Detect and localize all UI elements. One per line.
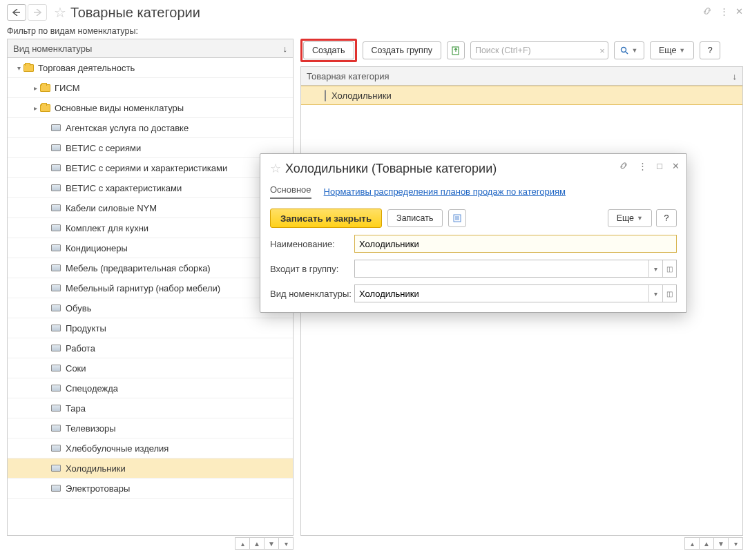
item-icon xyxy=(50,463,61,473)
tree-row[interactable]: Кабели силовые NYM xyxy=(8,198,293,218)
tree-row[interactable]: Продукты xyxy=(8,318,293,338)
item-icon xyxy=(50,263,61,273)
tree-row[interactable]: Спецодежда xyxy=(8,378,293,398)
tree-row[interactable]: ВЕТИС с сериями xyxy=(8,138,293,158)
tree-row-label: Комплект для кухни xyxy=(66,223,148,233)
dialog-maximize-icon[interactable]: □ xyxy=(657,161,662,171)
group-dropdown-icon[interactable]: ▾ xyxy=(648,260,662,277)
scroll-down-button[interactable]: ▼ xyxy=(713,537,729,550)
scroll-bottom-button[interactable]: ▾ xyxy=(728,537,743,550)
scroll-up-button[interactable]: ▲ xyxy=(249,537,265,550)
dialog-star-icon[interactable]: ☆ xyxy=(270,161,281,176)
tree-row[interactable]: Соки xyxy=(8,358,293,378)
tree-row[interactable]: Холодильники xyxy=(8,458,293,479)
category-row[interactable]: Холодильники xyxy=(301,86,742,105)
tree-row-label: Тара xyxy=(66,403,86,414)
export-icon-button[interactable] xyxy=(447,41,465,59)
tree-row-label: Электротовары xyxy=(66,483,130,494)
scroll-top-button[interactable]: ▴ xyxy=(684,537,700,550)
type-open-icon[interactable]: ◫ xyxy=(662,285,676,302)
item-icon xyxy=(50,403,61,413)
tree-row[interactable]: ▸ГИСМ xyxy=(8,78,293,98)
filter-label: Фильтр по видам номенклатуры: xyxy=(0,25,750,39)
scroll-top-button[interactable]: ▴ xyxy=(235,537,250,550)
dialog-more-button[interactable]: Еще▼ xyxy=(608,209,652,227)
favorite-star-icon[interactable]: ☆ xyxy=(54,4,66,21)
tree-row-label: ВЕТИС с сериями и характеристиками xyxy=(66,163,227,173)
close-page-icon[interactable]: ✕ xyxy=(735,6,743,17)
sort-indicator-icon[interactable]: ↓ xyxy=(733,71,738,81)
page-header: ☆ Товарные категории ⋮ ✕ xyxy=(0,0,750,25)
dialog-close-icon[interactable]: ✕ xyxy=(672,161,680,171)
scroll-down-button[interactable]: ▼ xyxy=(264,537,279,550)
tree-row[interactable]: Обувь xyxy=(8,298,293,318)
tree-row-label: Спецодежда xyxy=(66,383,118,394)
scroll-bottom-button[interactable]: ▾ xyxy=(278,537,294,550)
tree-row[interactable]: Агентская услуга по доставке xyxy=(8,118,293,138)
tree-row[interactable]: ВЕТИС с характеристиками xyxy=(8,178,293,198)
link-icon[interactable] xyxy=(702,6,713,17)
item-icon xyxy=(50,343,61,353)
edit-dialog: ☆ Холодильники (Товарные категории) ⋮ □ … xyxy=(260,153,687,313)
expand-arrow-icon[interactable]: ▸ xyxy=(31,84,39,92)
expand-arrow-icon[interactable]: ▸ xyxy=(31,104,39,112)
sort-indicator-icon[interactable]: ↓ xyxy=(283,44,288,54)
name-label: Наименование: xyxy=(270,239,354,249)
tree-row[interactable]: Тара xyxy=(8,398,293,418)
item-icon xyxy=(50,163,61,173)
help-button[interactable]: ? xyxy=(700,41,720,59)
dialog-kebab-icon[interactable]: ⋮ xyxy=(638,161,647,171)
dialog-tab-main[interactable]: Основное xyxy=(270,184,311,199)
tree-row[interactable]: Кондиционеры xyxy=(8,238,293,258)
dialog-help-button[interactable]: ? xyxy=(656,209,677,227)
item-icon xyxy=(50,123,61,133)
tree-column-header[interactable]: Вид номенклатуры ↓ xyxy=(7,39,294,58)
tree-row[interactable]: Комплект для кухни xyxy=(8,218,293,238)
item-icon xyxy=(50,383,61,393)
dialog-link-icon[interactable] xyxy=(619,161,628,171)
search-box[interactable]: × xyxy=(470,41,608,59)
group-input[interactable] xyxy=(355,260,648,277)
tree-row[interactable]: Телевизоры xyxy=(8,418,293,438)
item-icon xyxy=(50,183,61,193)
type-dropdown-icon[interactable]: ▾ xyxy=(648,285,662,302)
tree-row[interactable]: ВЕТИС с сериями и характеристиками xyxy=(8,158,293,178)
search-dropdown-button[interactable]: ▼ xyxy=(614,41,644,59)
more-button[interactable]: Еще▼ xyxy=(650,41,694,59)
svg-point-3 xyxy=(622,48,626,52)
name-input[interactable] xyxy=(354,235,677,253)
tree-row[interactable]: Электротовары xyxy=(8,479,293,499)
tree-row[interactable]: Хлебобулочные изделия xyxy=(8,438,293,458)
right-column-header[interactable]: Товарная категория ↓ xyxy=(300,66,743,86)
tree-row-label: Соки xyxy=(66,363,86,374)
create-highlight: Создать xyxy=(300,39,357,62)
folder-icon xyxy=(39,83,50,93)
item-icon xyxy=(50,363,61,373)
tree-row[interactable]: Мебель (предварительная сборка) xyxy=(8,258,293,278)
group-label: Входит в группу: xyxy=(270,264,354,274)
nav-back-button[interactable] xyxy=(7,4,26,21)
type-input[interactable] xyxy=(355,285,648,302)
nav-forward-button[interactable] xyxy=(28,4,47,21)
group-open-icon[interactable]: ◫ xyxy=(662,260,676,277)
item-icon xyxy=(50,223,61,233)
tree-row[interactable]: ▾Торговая деятельность xyxy=(8,58,293,78)
create-group-button[interactable]: Создать группу xyxy=(363,41,441,59)
scroll-up-button[interactable]: ▲ xyxy=(699,537,714,550)
dialog-tab-link[interactable]: Нормативы распределения планов продаж по… xyxy=(324,186,566,197)
clear-search-icon[interactable]: × xyxy=(599,46,605,56)
right-toolbar: Создать Создать группу × ▼ Еще▼ ? xyxy=(300,39,743,62)
tree-row-label: Торговая деятельность xyxy=(38,63,135,73)
kebab-menu-icon[interactable]: ⋮ xyxy=(720,6,729,17)
create-button[interactable]: Создать xyxy=(303,41,354,59)
save-close-button[interactable]: Записать и закрыть xyxy=(270,209,382,228)
save-button[interactable]: Записать xyxy=(387,209,442,227)
tree-row-label: Продукты xyxy=(66,323,106,334)
tree-row[interactable]: Работа xyxy=(8,338,293,358)
tree-row-label: Мебель (предварительная сборка) xyxy=(66,263,211,273)
expand-arrow-icon[interactable]: ▾ xyxy=(15,64,23,72)
tree-row[interactable]: ▸Основные виды номенклатуры xyxy=(8,98,293,118)
search-input[interactable] xyxy=(474,45,599,56)
list-icon-button[interactable] xyxy=(448,209,466,227)
tree-row[interactable]: Мебельный гарнитур (набор мебели) xyxy=(8,278,293,298)
